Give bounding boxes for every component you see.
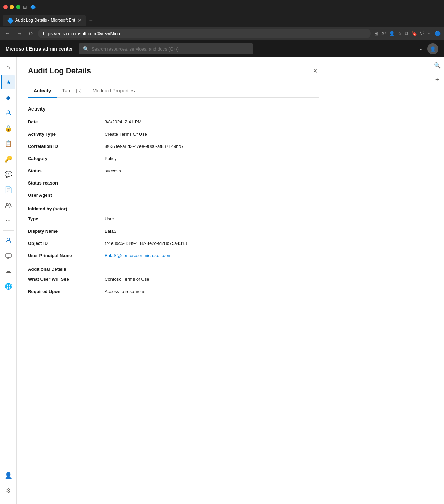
search-bar[interactable]: 🔍 — [79, 43, 253, 54]
object-id-row: Object ID f74e3dc5-134f-4182-8e2c-fd28b7… — [28, 237, 319, 249]
type-value: User — [105, 216, 114, 221]
status-reason-label: Status reason — [28, 180, 105, 186]
tab-favicon-icon: 🔷 — [7, 17, 13, 23]
address-bar-icons: ⊞ Aᵃ 👤 ☆ ⧉ 🔖 🛡 ··· 🔵 — [374, 31, 441, 37]
panel-header: Audit Log Details ✕ — [28, 66, 319, 76]
date-label: Date — [28, 119, 105, 125]
read-mode-icon[interactable]: Aᵃ — [381, 31, 386, 36]
activity-type-value: Create Terms Of Use — [105, 131, 147, 137]
sidebar-item-settings[interactable]: ⚙ — [1, 484, 15, 498]
maximize-window-button[interactable] — [16, 5, 20, 9]
category-row: Category Policy — [28, 152, 319, 165]
right-add-icon[interactable]: + — [433, 74, 442, 86]
sidebar-item-external[interactable] — [1, 233, 15, 247]
content-area: Audit Log Details ✕ Activity Target(s) M… — [17, 57, 430, 504]
svg-point-1 — [6, 203, 8, 205]
correlation-id-label: Correlation ID — [28, 144, 105, 149]
tab-targets[interactable]: Target(s) — [57, 84, 87, 98]
sidebar-item-applications[interactable]: 📋 — [1, 137, 15, 151]
close-window-button[interactable] — [3, 5, 8, 9]
display-name-value: BalaS — [105, 228, 117, 234]
activity-section-title: Activity — [28, 106, 319, 112]
upn-value[interactable]: BalaS@contoso.onmicrosoft.com — [105, 253, 171, 258]
what-user-will-see-row: What User Will See Contoso Terms of Use — [28, 273, 319, 285]
sidebar-item-expand[interactable]: » — [1, 499, 15, 504]
browser-tab[interactable]: 🔷 Audit Log Details - Microsoft Ent ✕ — [3, 15, 86, 26]
sidebar-item-identity[interactable]: ◆ — [1, 91, 15, 105]
sidebar-item-protection[interactable]: 🔒 — [1, 121, 15, 135]
star-icon[interactable]: ☆ — [398, 31, 402, 36]
sidebar-item-home[interactable]: ⌂ — [1, 60, 15, 74]
tab-activity[interactable]: Activity — [28, 84, 57, 98]
sidebar-item-messages[interactable]: 💬 — [1, 167, 15, 181]
avatar[interactable]: 👤 — [427, 43, 438, 54]
what-user-will-see-label: What User Will See — [28, 277, 105, 282]
status-row: Status success — [28, 165, 319, 177]
user-icon[interactable]: 👤 — [389, 31, 395, 36]
minimize-window-button[interactable] — [10, 5, 14, 9]
avatar-initial: 👤 — [430, 46, 436, 52]
date-row: Date 3/8/2024, 2:41 PM — [28, 116, 319, 128]
forward-button[interactable]: → — [15, 29, 24, 38]
type-label: Type — [28, 216, 105, 221]
search-input[interactable] — [92, 46, 249, 52]
tab-title: Audit Log Details - Microsoft Ent — [15, 18, 75, 23]
category-label: Category — [28, 156, 105, 161]
grid-icon[interactable]: ⊞ — [374, 31, 378, 36]
sidebar-item-groups[interactable] — [1, 198, 15, 212]
sidebar: ⌂ ★ ◆ 🔒 📋 🔑 💬 📄 · — [0, 57, 17, 504]
tab-close-icon[interactable]: ✕ — [78, 17, 82, 23]
sidebar-item-cloud[interactable]: ☁ — [1, 264, 15, 278]
sidebar-item-users[interactable] — [1, 106, 15, 120]
sidebar-item-reports[interactable]: 📄 — [1, 183, 15, 197]
back-button[interactable]: ← — [3, 29, 12, 38]
svg-rect-4 — [6, 254, 11, 257]
audit-log-panel: Audit Log Details ✕ Activity Target(s) M… — [17, 57, 330, 306]
upn-label: User Principal Name — [28, 253, 105, 258]
sidebar-item-more[interactable]: ··· — [1, 213, 15, 227]
refresh-button[interactable]: ↺ — [27, 29, 35, 38]
sidebar-item-favorites[interactable]: ★ — [1, 75, 15, 89]
tab-modified-properties[interactable]: Modified Properties — [87, 84, 140, 98]
upn-row: User Principal Name BalaS@contoso.onmicr… — [28, 249, 319, 262]
entra-header: Microsoft Entra admin center 🔍 ··· 👤 — [0, 40, 444, 57]
additional-details-header: Additional Details — [28, 262, 319, 273]
collections-icon[interactable]: 🔖 — [411, 31, 417, 36]
status-label: Status — [28, 168, 105, 173]
profile-icon[interactable]: 🔵 — [435, 31, 441, 36]
date-value: 3/8/2024, 2:41 PM — [105, 119, 141, 125]
sidebar-item-global[interactable]: 🌐 — [1, 279, 15, 293]
right-sidebar: 🔍 + ⚙ — [430, 57, 444, 504]
svg-point-2 — [9, 204, 10, 205]
what-user-will-see-value: Contoso Terms of Use — [105, 277, 149, 282]
entra-logo: Microsoft Entra admin center — [6, 46, 73, 52]
correlation-id-value: 8f637fef-a8d2-47ee-90b0-af837149bd71 — [105, 144, 186, 149]
extensions-icon[interactable]: 🛡 — [420, 31, 425, 36]
activity-type-label: Activity Type — [28, 131, 105, 137]
correlation-id-row: Correlation ID 8f637fef-a8d2-47ee-90b0-a… — [28, 140, 319, 152]
sidebar-item-roles[interactable]: 🔑 — [1, 152, 15, 166]
tabs-bar: Activity Target(s) Modified Properties — [28, 84, 319, 98]
right-search-icon[interactable]: 🔍 — [432, 60, 443, 71]
sidebar-toggle-icon[interactable]: ⊞ — [23, 4, 27, 10]
category-value: Policy — [105, 156, 117, 161]
user-agent-label: User Agent — [28, 193, 105, 198]
required-upon-row: Required Upon Access to resources — [28, 285, 319, 298]
user-agent-row: User Agent — [28, 189, 319, 201]
sidebar-item-profile[interactable]: 👤 — [1, 468, 15, 482]
activity-type-row: Activity Type Create Terms Of Use — [28, 128, 319, 140]
new-tab-button[interactable]: + — [89, 17, 93, 24]
address-input[interactable] — [38, 29, 371, 38]
sidebar-item-devices[interactable] — [1, 249, 15, 263]
close-panel-button[interactable]: ✕ — [311, 66, 319, 76]
search-icon: 🔍 — [83, 46, 89, 52]
ellipsis-icon[interactable]: ··· — [428, 31, 432, 36]
tab-favicon: 🔷 — [30, 4, 36, 10]
display-name-label: Display Name — [28, 228, 105, 234]
required-upon-label: Required Upon — [28, 289, 105, 294]
status-reason-row: Status reason — [28, 177, 319, 189]
type-row: Type User — [28, 213, 319, 225]
split-view-icon[interactable]: ⧉ — [405, 31, 408, 37]
ellipsis-menu-icon[interactable]: ··· — [420, 46, 424, 52]
display-name-row: Display Name BalaS — [28, 225, 319, 237]
